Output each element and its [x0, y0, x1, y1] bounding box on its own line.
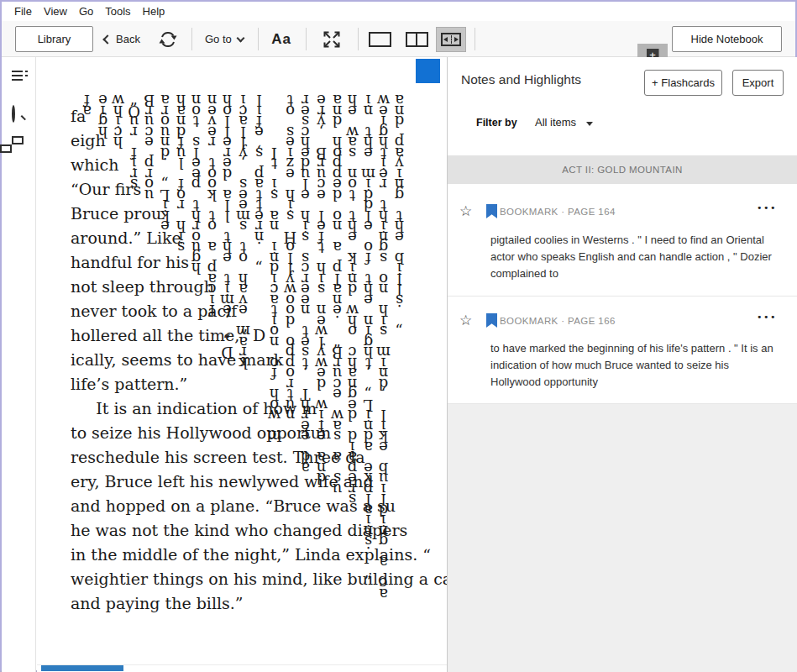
flashcards-button[interactable]: + Flashcards	[644, 70, 722, 96]
toolbar-separator	[258, 28, 259, 50]
notebook-title: Notes and Highlights	[461, 72, 581, 87]
entry-text[interactable]: to have marked the beginning of his life…	[490, 340, 774, 391]
filter-dropdown[interactable]: All items	[535, 116, 593, 129]
library-button[interactable]: Library	[15, 26, 93, 52]
page-bookmark-indicator[interactable]	[416, 59, 440, 83]
refresh-icon[interactable]	[155, 26, 181, 52]
bookmark-ribbon-icon	[486, 204, 497, 218]
filter-by-label: Filter by	[476, 117, 517, 129]
entry-meta: BOOKMARK · PAGE 166	[500, 316, 616, 326]
toolbar-separator	[358, 28, 359, 50]
star-icon[interactable]: ☆	[459, 202, 472, 219]
single-page-layout-icon[interactable]	[364, 26, 395, 52]
book-page: faeighwhich“Our firsBruce prouaround.” L…	[37, 57, 447, 672]
fit-width-layout-icon[interactable]	[435, 26, 467, 52]
section-header: ACT II: GOLD MOUNTAIN	[448, 155, 797, 184]
menu-bar: File View Go Tools Help	[2, 2, 795, 21]
toolbar: Library Back Go to Aa	[2, 21, 795, 57]
toolbar-separator	[475, 28, 475, 50]
fullscreen-expand-icon[interactable]	[317, 26, 346, 52]
chevron-left-icon	[102, 34, 112, 44]
entry-menu-button[interactable]: •••	[757, 312, 777, 323]
search-icon[interactable]	[12, 107, 15, 122]
back-button[interactable]: Back	[104, 26, 140, 52]
entry-menu-button[interactable]: •••	[757, 202, 777, 213]
bookmark-ribbon-icon	[486, 313, 497, 328]
notebook-panel: Notes and Highlights + Flashcards Export…	[448, 57, 797, 672]
export-button[interactable]: Export	[732, 70, 784, 96]
entry-meta: BOOKMARK · PAGE 164	[500, 207, 616, 217]
left-icon-strip	[2, 57, 36, 672]
star-icon[interactable]: ☆	[459, 312, 472, 328]
menu-tools[interactable]: Tools	[99, 3, 136, 19]
goto-dropdown[interactable]: Go to	[205, 26, 244, 52]
bookmark-entry[interactable]: ☆ BOOKMARK · PAGE 164 ••• pigtailed cool…	[448, 184, 797, 297]
menu-help[interactable]: Help	[137, 3, 171, 19]
toolbar-separator	[191, 28, 192, 50]
reading-progress-bar[interactable]	[41, 665, 123, 671]
chevron-down-icon	[236, 34, 244, 42]
font-settings-button[interactable]: Aa	[267, 26, 296, 52]
toolbar-separator	[306, 28, 307, 50]
menu-file[interactable]: File	[8, 3, 38, 19]
caret-down-icon	[586, 122, 593, 126]
bookmark-entry[interactable]: ☆ BOOKMARK · PAGE 166 ••• to have marked…	[448, 297, 797, 404]
entry-text[interactable]: pigtailed coolies in Westerns . " I need…	[490, 232, 774, 282]
panel-empty-area	[448, 404, 797, 672]
reading-progress-track	[37, 664, 447, 672]
two-page-layout-icon[interactable]	[401, 26, 432, 52]
app-window: File View Go Tools Help Library Back Go …	[0, 0, 797, 672]
menu-go[interactable]: Go	[73, 3, 99, 19]
hide-notebook-button[interactable]: Hide Notebook	[672, 26, 782, 52]
menu-view[interactable]: View	[38, 3, 73, 19]
